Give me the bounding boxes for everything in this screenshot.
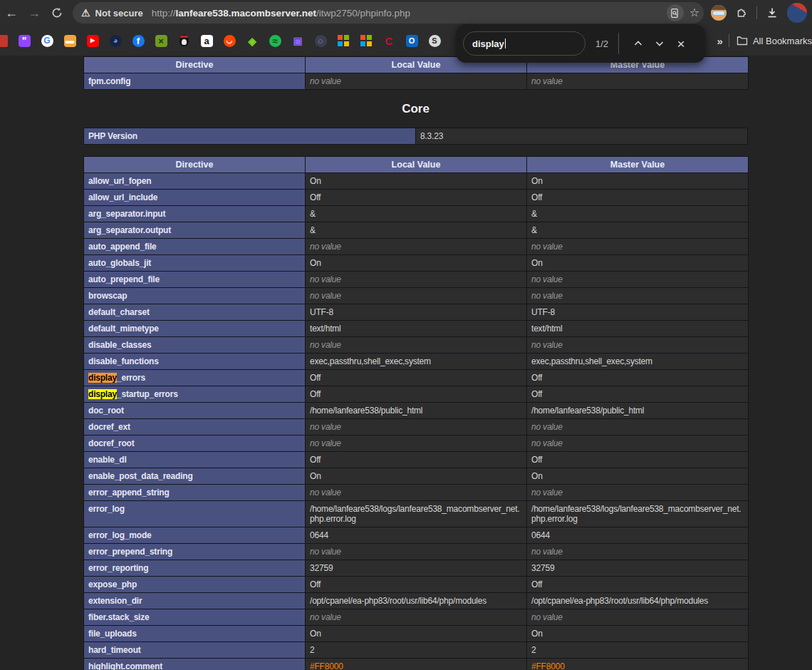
- table-row: display_errorsOffOff: [84, 370, 749, 386]
- value-cell: Off: [527, 577, 749, 593]
- bookmark-amazon[interactable]: a: [200, 34, 213, 47]
- bookmark-spotify[interactable]: ≈: [269, 34, 281, 47]
- directive-cell: PHP Version: [84, 128, 416, 145]
- value-cell: Off: [306, 386, 527, 403]
- forward-button[interactable]: →: [23, 2, 46, 24]
- value-cell: 32759: [527, 560, 749, 577]
- section-title: Core: [83, 102, 748, 116]
- back-button[interactable]: ←: [0, 2, 23, 24]
- table-row: auto_append_fileno valueno value: [84, 239, 749, 255]
- core-directives-table: DirectiveLocal ValueMaster Valueallow_ur…: [83, 156, 749, 670]
- bookmark-amber-site[interactable]: ▬: [63, 34, 76, 47]
- table-row: browscapno valueno value: [84, 288, 749, 304]
- find-previous-button[interactable]: [628, 33, 649, 54]
- find-in-page-indicator[interactable]: [667, 4, 684, 21]
- extensions-button[interactable]: [735, 6, 748, 19]
- bookmark-clipped-red-site[interactable]: [0, 34, 8, 47]
- bookmark-youtube[interactable]: ▶: [86, 34, 99, 47]
- directive-cell: error_append_string: [84, 485, 306, 501]
- security-chip[interactable]: ⚠ Not secure: [81, 8, 152, 19]
- value-cell: no value: [306, 288, 527, 304]
- table-row: doc_root/home/lanfeare538/public_html/ho…: [84, 403, 749, 419]
- url-path: /itwp2750/phpinfo.php: [316, 8, 410, 19]
- clipped-red-site-icon: [0, 35, 8, 47]
- value-cell: Off: [306, 452, 527, 468]
- value-cell: On: [527, 626, 749, 642]
- directive-cell: auto_append_file: [84, 239, 306, 255]
- phpinfo-content: DirectiveLocal ValueMaster Valuefpm.conf…: [83, 56, 748, 670]
- browser-toolbar: ← → ⚠ Not secure http://lanfeare538.maco…: [0, 0, 812, 26]
- value-cell: no value: [306, 436, 527, 452]
- bookmark-microsoft-2[interactable]: [360, 34, 373, 47]
- find-match-inactive: display: [88, 389, 117, 399]
- table-row: enable_dlOffOff: [84, 452, 749, 468]
- reload-button[interactable]: [46, 2, 68, 24]
- table-row: extension_dir/opt/cpanel/ea-php83/root/u…: [84, 593, 749, 609]
- bookmark-globe-site[interactable]: ○: [314, 34, 327, 47]
- find-input[interactable]: display: [463, 31, 585, 56]
- bookmark-star-icon[interactable]: ☆: [689, 7, 699, 19]
- bookmarks-overflow-button[interactable]: »: [717, 35, 722, 47]
- bookmark-green-game-site[interactable]: ×: [155, 34, 167, 47]
- value-cell: Off: [527, 386, 749, 403]
- profile-face-icon[interactable]: [711, 5, 727, 21]
- value-cell: no value: [306, 239, 527, 255]
- security-chip-label: Not secure: [95, 8, 143, 19]
- value-cell: Off: [306, 577, 527, 593]
- amazon-icon: a: [201, 35, 213, 47]
- google-icon: G: [41, 35, 53, 47]
- directive-cell: auto_prepend_file: [84, 272, 306, 288]
- bookmark-grey-s-site[interactable]: S: [428, 34, 441, 47]
- value-cell: On: [306, 173, 527, 190]
- all-bookmarks-button[interactable]: All Bookmarks: [736, 36, 812, 46]
- warning-icon: ⚠: [81, 8, 90, 18]
- directive-cell: enable_post_data_reading: [84, 468, 306, 485]
- table-row: default_charsetUTF-8UTF-8: [84, 304, 749, 321]
- value-cell: /home/lanfeare538/logs/lanfeare538_macom…: [306, 501, 527, 527]
- value-cell: /opt/cpanel/ea-php83/root/usr/lib64/php/…: [527, 593, 749, 609]
- table-row: display_startup_errorsOffOff: [84, 386, 749, 403]
- column-header: Directive: [84, 157, 306, 173]
- value-cell: no value: [527, 609, 749, 626]
- address-bar[interactable]: ⚠ Not secure http://lanfeare538.macombse…: [73, 2, 704, 24]
- bookmark-twitch[interactable]: ": [18, 34, 31, 47]
- directive-cell: error_log: [84, 501, 306, 527]
- page-content: DirectiveLocal ValueMaster Valuefpm.conf…: [0, 56, 812, 670]
- bookmark-purple-nodes-site[interactable]: ▣: [291, 34, 304, 47]
- table-row: error_append_stringno valueno value: [84, 485, 749, 501]
- bookmarks-right: » All Bookmarks: [717, 34, 812, 47]
- value-cell: On: [527, 173, 749, 190]
- find-next-button[interactable]: [649, 33, 670, 54]
- bookmark-penguin-site[interactable]: [177, 34, 190, 47]
- directive-cell: highlight.comment: [84, 659, 306, 670]
- value-cell: no value: [306, 73, 527, 90]
- directive-cell: docref_root: [84, 436, 306, 452]
- profile-avatar[interactable]: [787, 3, 807, 23]
- directive-cell: browscap: [84, 288, 306, 304]
- directive-cell: disable_functions: [84, 354, 306, 370]
- bookmark-facebook[interactable]: f: [132, 34, 145, 47]
- bookmark-outlook[interactable]: O: [405, 34, 418, 47]
- bookmark-dark-orb-site[interactable]: ◕: [109, 34, 122, 47]
- bookmark-google[interactable]: G: [41, 34, 53, 47]
- bookmark-microsoft-1[interactable]: [337, 34, 350, 47]
- bookmark-reddit[interactable]: ◡: [223, 34, 236, 47]
- spotify-icon: ≈: [269, 35, 281, 47]
- table-row: disable_functionsexec,passthru,shell_exe…: [84, 354, 749, 370]
- value-cell: 0644: [306, 527, 527, 544]
- find-close-button[interactable]: ×: [670, 33, 692, 54]
- value-cell: On: [306, 255, 527, 272]
- downloads-button[interactable]: [766, 6, 779, 19]
- value-cell: Off: [527, 190, 749, 206]
- toolbar-divider: [756, 6, 757, 19]
- table-row: arg_separator.output&&: [84, 222, 749, 239]
- value-cell: no value: [306, 544, 527, 560]
- table-row: allow_url_includeOffOff: [84, 190, 749, 206]
- bookmark-red-c-site[interactable]: C: [382, 34, 395, 47]
- directive-cell: auto_globals_jit: [84, 255, 306, 272]
- value-cell: exec,passthru,shell_exec,system: [306, 354, 527, 370]
- bookmark-green-cube-site[interactable]: ◈: [246, 34, 259, 47]
- value-cell: no value: [306, 337, 527, 354]
- directive-cell: error_reporting: [84, 560, 306, 577]
- value-cell: On: [527, 255, 749, 272]
